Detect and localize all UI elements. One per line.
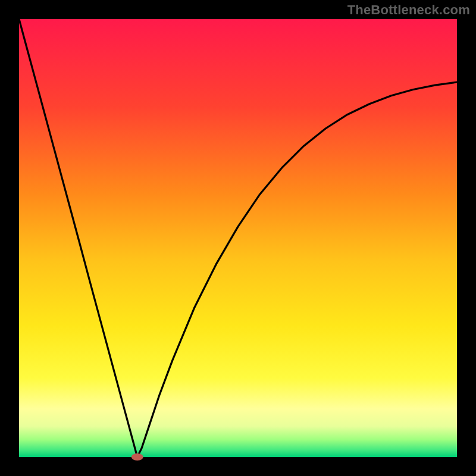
plot-background-gradient xyxy=(19,19,457,457)
bottleneck-chart xyxy=(0,0,476,476)
chart-frame: TheBottleneck.com xyxy=(0,0,476,476)
optimal-point-marker xyxy=(131,453,143,461)
